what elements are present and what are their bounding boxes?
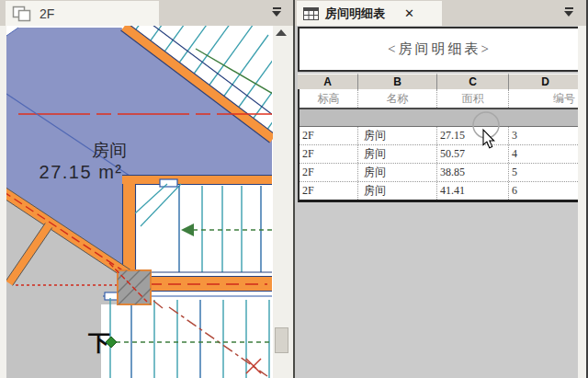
cell-area[interactable]: 38.85 xyxy=(437,164,509,181)
lower-stair-path xyxy=(106,337,272,348)
schedule-panel: 房间明细表 ✕ <房间明细表> A B C D 标高 名称 xyxy=(295,0,586,378)
header-number[interactable]: 编号 xyxy=(509,89,580,108)
cell-area[interactable]: 41.41 xyxy=(437,182,509,200)
room-schedule-table: <房间明细表> A B C D 标高 名称 面积 编号 xyxy=(298,27,582,202)
stair-direction-arrow xyxy=(181,223,194,236)
cell-number[interactable]: 6 xyxy=(509,182,580,200)
horizontal-wall-mid[interactable] xyxy=(122,175,272,185)
cell-level[interactable]: 2F xyxy=(300,145,358,163)
floorplan-canvas[interactable]: 房间 27.15 m² xyxy=(6,26,273,378)
header-row: 标高 名称 面积 编号 xyxy=(300,89,580,109)
tab-floorplan-label: 2F xyxy=(40,6,54,21)
column-letter-a[interactable]: A xyxy=(298,74,358,89)
lower-stair-flight[interactable] xyxy=(110,298,269,378)
tab-schedule-label: 房间明细表 xyxy=(325,6,385,22)
left-view-scrollbar[interactable] xyxy=(273,26,293,378)
cell-name[interactable]: 房间 xyxy=(358,127,437,144)
room-tag-name[interactable]: 房间 xyxy=(92,141,127,160)
column-letter-c[interactable]: C xyxy=(437,74,509,89)
middle-stair-flight[interactable] xyxy=(135,184,272,272)
header-name[interactable]: 名称 xyxy=(358,89,437,108)
cell-number[interactable]: 4 xyxy=(509,145,580,163)
cell-area[interactable]: 27.15 xyxy=(437,127,509,144)
right-tab-collapse-chevron-icon[interactable] xyxy=(563,7,575,18)
schedule-icon xyxy=(303,7,319,20)
table-row: 2F 房间 27.15 3 xyxy=(300,127,580,145)
header-level[interactable]: 标高 xyxy=(300,89,358,108)
cell-number[interactable]: 3 xyxy=(509,127,580,144)
right-panel-scroll-strip[interactable] xyxy=(578,26,586,378)
cell-level[interactable]: 2F xyxy=(300,164,358,181)
schedule-view-area: <房间明细表> A B C D 标高 名称 面积 编号 xyxy=(295,26,586,378)
cell-name[interactable]: 房间 xyxy=(358,164,437,181)
horizontal-wall-bottom[interactable] xyxy=(144,276,272,292)
vertical-wall[interactable] xyxy=(122,184,136,276)
floorplan-view-area: 房间 27.15 m² xyxy=(0,26,293,378)
door-opening-marker xyxy=(160,179,177,187)
revit-window: 2F xyxy=(0,0,588,378)
column-letter-d[interactable]: D xyxy=(509,74,582,89)
cell-name[interactable]: 房间 xyxy=(358,145,437,163)
left-view-tabbar: 2F xyxy=(0,0,293,26)
cell-level[interactable]: 2F xyxy=(300,127,358,144)
header-area[interactable]: 面积 xyxy=(437,89,509,108)
scrollbar-thumb[interactable] xyxy=(275,327,288,353)
column-letter-row: A B C D xyxy=(298,74,582,89)
tab-room-schedule[interactable]: 房间明细表 ✕ xyxy=(297,1,442,26)
table-row: 2F 房间 50.57 4 xyxy=(300,145,580,164)
tab-floorplan-2f[interactable]: 2F xyxy=(6,1,159,26)
close-tab-icon[interactable]: ✕ xyxy=(404,7,414,19)
floor-plan-icon xyxy=(12,6,31,22)
group-header-band xyxy=(300,109,580,127)
room-tag-area[interactable]: 27.15 m² xyxy=(40,162,123,182)
scroll-up-arrow-icon[interactable] xyxy=(276,29,287,36)
stair-break-line xyxy=(153,301,267,376)
table-row: 2F 房间 38.85 5 xyxy=(300,164,580,182)
schedule-body: 标高 名称 面积 编号 2F 房间 27.15 3 2F 房间 xyxy=(298,89,582,202)
table-row: 2F 房间 41.41 6 xyxy=(300,182,580,200)
left-tab-collapse-chevron-icon[interactable] xyxy=(271,7,283,18)
cell-level[interactable]: 2F xyxy=(300,182,358,200)
cell-area[interactable]: 50.57 xyxy=(437,145,509,163)
column-letter-b[interactable]: B xyxy=(358,74,437,89)
cell-name[interactable]: 房间 xyxy=(358,182,437,200)
right-view-tabbar: 房间明细表 ✕ xyxy=(295,0,586,26)
schedule-title[interactable]: <房间明细表> xyxy=(298,27,582,72)
cell-number[interactable]: 5 xyxy=(509,164,580,181)
